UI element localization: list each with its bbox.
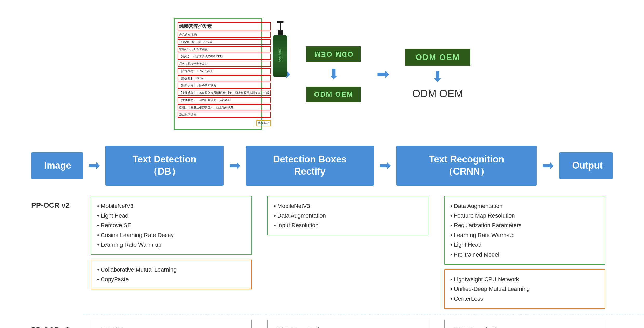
ppocr-v2-label-area: PP-OCR v2 — [31, 196, 83, 212]
bottle-image: ODM OEM — [273, 22, 287, 126]
product-line-9: 【主要成分】：蔷薇提取物 透明质酸 甘油、椰油酰胺丙基甜菜碱、泛醇 — [178, 90, 271, 96]
odm-column-middle: ODM OEM ⬇ ODM OEM — [306, 46, 361, 102]
arrow-down-middle: ⬇ — [328, 67, 340, 81]
product-text-lines: 纯臻营养护发素 产品信息/参数 45元/每公斤、100公斤起订 铺箱22元，10… — [178, 22, 271, 126]
arrow-down-right: ⬇ — [432, 70, 444, 84]
product-line-7: 【净含量】：220ml — [178, 75, 271, 81]
rec-green-5: Light Head — [450, 240, 599, 250]
product-line-12: 及成部的派素 — [178, 112, 271, 118]
top-section: 纯臻营养护发素 产品信息/参数 45元/每公斤、100公斤起订 铺箱22元，10… — [16, 10, 628, 138]
odm-box-right: ODM OEM — [405, 49, 470, 66]
rect-green-1: MobileNetV3 — [274, 201, 422, 211]
rec-green-2: Feature Map Resolution — [450, 211, 599, 220]
product-title: 纯臻营养护发素 — [178, 22, 271, 30]
flow-arrow-2: ➡ — [224, 158, 246, 173]
rectify-feature-column: MobileNetV3 Data Augmentation Input Reso… — [260, 196, 436, 235]
recognition-green-box: Data Augmentation Feature Map Resolution… — [444, 196, 605, 265]
rectify-green-box: MobileNetV3 Data Augmentation Input Reso… — [267, 196, 428, 235]
det-green-4: Cosine Learning Rate Decay — [97, 230, 246, 240]
recognition-orange-box: Lightweight CPU Network Unified-Deep Mut… — [444, 269, 605, 309]
rec-green-4: Learning Rate Warm-up — [450, 230, 599, 240]
rect-gray-1: PACT Quantization — [274, 325, 422, 328]
flow-row: Image ➡ Text Detection（DB） ➡ Detection B… — [16, 140, 628, 191]
product-line-2: 45元/每公斤、100公斤起订 — [178, 39, 271, 45]
product-line-5: 品名：纯臻营养护发素 — [178, 61, 271, 67]
product-orange-line: 成品包材 — [256, 120, 271, 126]
product-line-6: 【产品编号】：YM-X-301】 — [178, 68, 271, 74]
recognition-gray-box: PACT Quantization — [444, 320, 605, 328]
ppocr-v2-tiny-label-area: PP-OCR v2-tiny — [31, 320, 83, 328]
rect-green-3: Input Resolution — [274, 220, 422, 230]
detection-green-box: MobileNetV3 Light Head Remove SE Cosine … — [91, 196, 252, 255]
rec-orange-3: CenterLoss — [450, 294, 599, 304]
detection-feature-column: MobileNetV3 Light Head Remove SE Cosine … — [83, 196, 260, 290]
odm-right-column: ODM OEM ⬇ ODM OEM — [405, 49, 470, 100]
rec-orange-2: Unified-Deep Mutual Learning — [450, 284, 599, 294]
product-line-11: 强韧、丰盈发丝根部的效果，防止毛鳞脱落 — [178, 104, 271, 110]
flow-box-output: Output — [559, 152, 613, 179]
product-line-10: 【主要功能】：可靠发丝发质、从而达到 — [178, 97, 271, 103]
ppocr-v2-section: PP-OCR v2 MobileNetV3 Light Head Remove … — [16, 191, 628, 309]
flow-box-text-detection: Text Detection（DB） — [105, 146, 224, 186]
odm-box-top-flipped: ODM OEM — [306, 46, 361, 62]
rect-green-2: Data Augmentation — [274, 211, 422, 220]
main-container: 纯臻营养护发素 产品信息/参数 45元/每公斤、100公斤起订 铺箱22元，10… — [0, 0, 644, 328]
product-line-3: 铺箱22元，1000瓶起订 — [178, 46, 271, 52]
product-line-8: 【适用人群】：适合所有肤质 — [178, 83, 271, 89]
arrow-to-odm-right: ➡ — [377, 66, 390, 82]
flow-arrow-1: ➡ — [83, 158, 105, 173]
flow-box-detection-boxes: Detection Boxes Rectify — [246, 146, 374, 186]
flow-box-image: Image — [31, 152, 83, 179]
det-orange-2: CopyPaste — [97, 274, 246, 284]
ppocr-v2-tiny-section: PP-OCR v2-tiny FPGM Pruner PACT Quantiza… — [16, 317, 628, 328]
det-gray-1: FPGM Pruner — [97, 325, 246, 328]
ppocr-v2-label: PP-OCR v2 — [31, 201, 83, 209]
flow-box-text-recognition: Text Recognition（CRNN） — [396, 146, 537, 186]
product-line-1: 产品信息/参数 — [178, 32, 271, 38]
product-line-4: 【核准】：代加工方式/OEM ODM — [178, 54, 271, 60]
flow-arrow-4: ➡ — [537, 158, 559, 173]
det-green-3: Remove SE — [97, 220, 246, 230]
ppocr-v2-tiny-label: PP-OCR v2-tiny — [31, 325, 83, 328]
rectify-tiny-column: PACT Quantization — [260, 320, 436, 328]
flow-arrow-3: ➡ — [374, 158, 396, 173]
recognition-feature-column: Data Augmentation Feature Map Resolution… — [436, 196, 613, 309]
rec-green-6: Pre-trained Model — [450, 250, 599, 259]
odm-text-plain: ODM OEM — [412, 88, 463, 100]
divider-area — [16, 309, 628, 317]
recognition-tiny-column: PACT Quantization — [436, 320, 613, 328]
product-image-box: 纯臻营养护发素 产品信息/参数 45元/每公斤、100公斤起订 铺箱22元，10… — [174, 18, 262, 130]
rectify-gray-box: PACT Quantization — [267, 320, 428, 328]
detection-gray-box: FPGM Pruner — [91, 320, 252, 328]
rec-orange-1: Lightweight CPU Network — [450, 274, 599, 284]
det-green-2: Light Head — [97, 211, 246, 220]
detection-tiny-column: FPGM Pruner — [83, 320, 260, 328]
det-orange-1: Collaborative Mutual Learning — [97, 265, 246, 274]
detection-orange-box: Collaborative Mutual Learning CopyPaste — [91, 260, 252, 290]
rec-green-1: Data Augmentation — [450, 201, 599, 211]
rec-green-3: Regularization Parameters — [450, 220, 599, 230]
horizontal-divider — [83, 314, 644, 314]
odm-box-bottom: ODM OEM — [306, 87, 361, 102]
det-green-5: Learning Rate Warm-up — [97, 240, 246, 250]
det-green-1: MobileNetV3 — [97, 201, 246, 211]
rec-gray-1: PACT Quantization — [450, 325, 599, 328]
